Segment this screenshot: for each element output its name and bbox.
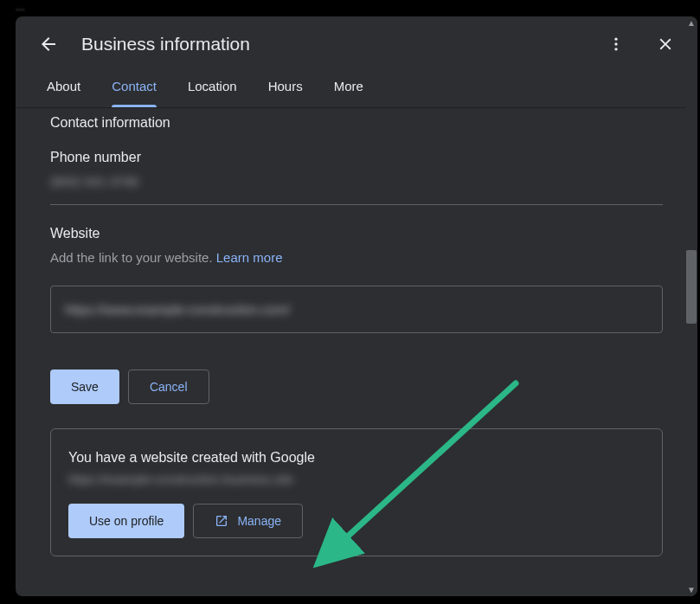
website-label: Website: [50, 226, 663, 241]
tab-hours[interactable]: Hours: [268, 67, 303, 107]
use-on-profile-button[interactable]: Use on profile: [68, 504, 184, 538]
save-button[interactable]: Save: [50, 369, 119, 404]
header-actions: [602, 29, 680, 59]
website-input-value: https://www.example-construction.com/: [65, 302, 290, 317]
phone-divider: [50, 204, 663, 205]
website-helper-text: Add the link to your website.: [50, 250, 216, 265]
more-vert-icon: [607, 35, 625, 53]
manage-button[interactable]: Manage: [193, 504, 303, 538]
dialog-title: Business information: [81, 34, 585, 55]
backdrop-blurred-text: …: [16, 2, 25, 12]
google-site-buttons: Use on profile Manage: [68, 504, 645, 538]
tab-about[interactable]: About: [47, 67, 80, 107]
svg-point-1: [614, 42, 617, 45]
manage-label: Manage: [237, 514, 281, 528]
svg-point-0: [614, 38, 617, 41]
dialog-header: Business information: [16, 16, 697, 67]
svg-point-2: [614, 48, 617, 50]
google-site-title: You have a website created with Google: [68, 450, 645, 466]
tab-more[interactable]: More: [334, 67, 363, 107]
tab-location[interactable]: Location: [188, 67, 237, 107]
google-site-box: You have a website created with Google h…: [50, 428, 663, 556]
back-button[interactable]: [33, 29, 64, 60]
close-button[interactable]: [651, 29, 680, 59]
tab-contact[interactable]: Contact: [112, 67, 157, 107]
google-site-url: https://example-construction.business.si…: [68, 472, 645, 486]
learn-more-link[interactable]: Learn more: [216, 250, 283, 265]
cancel-button[interactable]: Cancel: [128, 369, 209, 404]
content-panel: Contact information Phone number (800) 5…: [16, 108, 697, 596]
phone-value: (800) 541-3780: [50, 174, 663, 189]
scroll-up-arrow-icon[interactable]: ▲: [687, 18, 696, 28]
arrow-back-icon: [38, 34, 59, 55]
more-options-button[interactable]: [602, 30, 630, 58]
open-in-new-icon: [215, 514, 228, 528]
business-info-dialog: ▲ ▼ Business information: [16, 16, 697, 596]
tabs-bar: About Contact Location Hours More: [16, 67, 697, 108]
website-helper: Add the link to your website. Learn more: [50, 250, 663, 265]
close-icon: [656, 35, 675, 54]
phone-label: Phone number: [50, 150, 663, 165]
website-input[interactable]: https://www.example-construction.com/: [50, 286, 663, 333]
save-cancel-row: Save Cancel: [50, 369, 663, 404]
contact-section-title: Contact information: [50, 115, 663, 131]
